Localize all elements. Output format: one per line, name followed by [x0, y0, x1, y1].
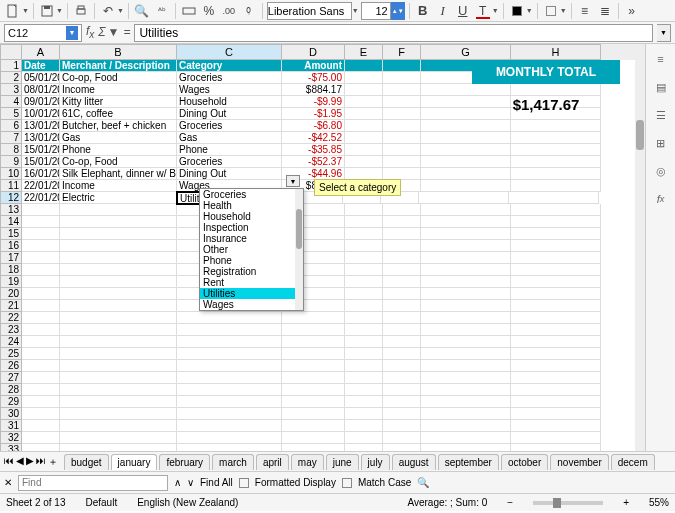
cell[interactable] — [383, 156, 421, 168]
cell[interactable] — [60, 408, 177, 420]
row-header[interactable]: 26 — [0, 360, 22, 372]
cell[interactable] — [421, 216, 511, 228]
cell[interactable] — [60, 300, 177, 312]
row-header[interactable]: 2 — [0, 72, 22, 84]
header-cell[interactable]: Category — [177, 60, 282, 72]
cell[interactable] — [345, 312, 383, 324]
cell[interactable] — [60, 444, 177, 451]
sheet-tab[interactable]: july — [361, 454, 390, 470]
border-button[interactable] — [542, 2, 560, 20]
font-color-drop[interactable]: ▼ — [492, 7, 499, 14]
zoom-slider[interactable] — [533, 501, 603, 505]
toolbar-overflow[interactable]: » — [623, 2, 641, 20]
cell[interactable] — [383, 216, 421, 228]
cell[interactable] — [282, 420, 345, 432]
cell[interactable] — [421, 336, 511, 348]
cell[interactable]: Gas — [60, 132, 177, 144]
cell[interactable] — [60, 276, 177, 288]
col-header-A[interactable]: A — [22, 44, 60, 60]
cell[interactable]: Groceries — [177, 72, 282, 84]
cell[interactable] — [421, 144, 511, 156]
cell[interactable] — [421, 396, 511, 408]
col-header-G[interactable]: G — [421, 44, 511, 60]
sum-drop[interactable]: ▼ — [108, 25, 120, 39]
cell[interactable] — [511, 336, 601, 348]
sb-properties-icon[interactable]: ▤ — [652, 78, 670, 96]
cell[interactable] — [345, 408, 383, 420]
cell[interactable] — [421, 240, 511, 252]
underline-button[interactable]: U — [454, 2, 472, 20]
cell[interactable] — [383, 348, 421, 360]
font-name-select[interactable] — [267, 2, 352, 20]
cell[interactable] — [383, 276, 421, 288]
row-header[interactable]: 4 — [0, 96, 22, 108]
cell[interactable] — [22, 276, 60, 288]
find-all-button[interactable]: Find All — [200, 477, 233, 488]
cell-dropdown-arrow[interactable]: ▼ — [286, 175, 300, 187]
cell[interactable] — [22, 216, 60, 228]
row-header[interactable]: 8 — [0, 144, 22, 156]
cell[interactable] — [177, 384, 282, 396]
spreadsheet-grid[interactable]: ABCDEFGH 1234567891011121314151617181920… — [0, 44, 645, 451]
zoom-in-icon[interactable]: + — [623, 497, 629, 508]
font-color-button[interactable]: T — [474, 2, 492, 20]
cell[interactable]: 61C, coffee — [60, 108, 177, 120]
search-icon[interactable]: 🔍 — [133, 2, 151, 20]
cell[interactable]: Kitty litter — [60, 96, 177, 108]
cell[interactable] — [177, 372, 282, 384]
cell[interactable] — [421, 84, 511, 96]
dropdown-scrollbar[interactable] — [295, 189, 303, 310]
cell[interactable] — [345, 372, 383, 384]
sheet-tab[interactable]: august — [392, 454, 436, 470]
cell[interactable] — [345, 288, 383, 300]
row-header[interactable]: 6 — [0, 120, 22, 132]
cell[interactable] — [60, 420, 177, 432]
bold-button[interactable]: B — [414, 2, 432, 20]
cell[interactable] — [345, 336, 383, 348]
cell[interactable] — [511, 144, 601, 156]
row-header[interactable]: 17 — [0, 252, 22, 264]
cell[interactable] — [383, 360, 421, 372]
row-header[interactable]: 23 — [0, 324, 22, 336]
cell[interactable] — [345, 204, 383, 216]
cell[interactable] — [22, 252, 60, 264]
sheet-tab[interactable]: budget — [64, 454, 109, 470]
cell[interactable] — [421, 132, 511, 144]
cell[interactable]: -$75.00 — [282, 72, 345, 84]
cell[interactable] — [345, 324, 383, 336]
cell[interactable] — [282, 444, 345, 451]
formatted-checkbox[interactable] — [239, 478, 249, 488]
cell[interactable]: Income — [60, 180, 177, 192]
equals-icon[interactable]: = — [123, 25, 130, 39]
cell[interactable] — [345, 300, 383, 312]
cell[interactable] — [421, 276, 511, 288]
cell[interactable] — [22, 324, 60, 336]
cell[interactable] — [511, 348, 601, 360]
row-header[interactable]: 5 — [0, 108, 22, 120]
row-header[interactable]: 7 — [0, 132, 22, 144]
cell[interactable] — [383, 372, 421, 384]
cell[interactable] — [345, 132, 383, 144]
tab-last-icon[interactable]: ⏭ — [36, 455, 46, 469]
row-header[interactable]: 22 — [0, 312, 22, 324]
row-header[interactable]: 32 — [0, 432, 22, 444]
cell[interactable] — [511, 120, 601, 132]
cell[interactable] — [511, 288, 601, 300]
align-left-icon[interactable]: ≡ — [576, 2, 594, 20]
row-header[interactable]: 16 — [0, 240, 22, 252]
cell[interactable] — [345, 108, 383, 120]
cell[interactable] — [22, 312, 60, 324]
row-header[interactable]: 13 — [0, 204, 22, 216]
cell[interactable] — [345, 120, 383, 132]
cell[interactable] — [60, 204, 177, 216]
border-drop[interactable]: ▼ — [560, 7, 567, 14]
cell[interactable]: Electric — [60, 192, 177, 204]
save-drop[interactable]: ▼ — [56, 7, 63, 14]
italic-button[interactable]: I — [434, 2, 452, 20]
cell[interactable]: Groceries — [177, 120, 282, 132]
col-header-B[interactable]: B — [60, 44, 177, 60]
cell[interactable]: Co-op, Food — [60, 72, 177, 84]
row-header[interactable]: 14 — [0, 216, 22, 228]
dropdown-option[interactable]: Household — [200, 211, 303, 222]
row-header[interactable]: 11 — [0, 180, 22, 192]
